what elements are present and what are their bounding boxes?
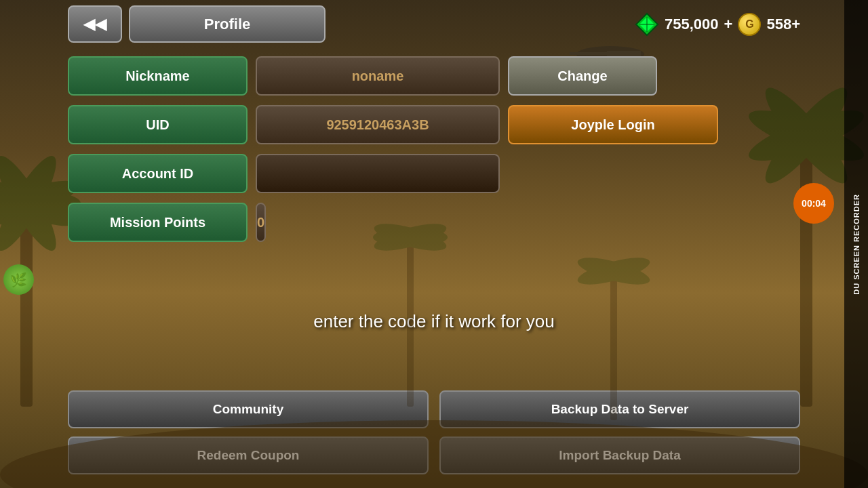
leaf-icon: 🌿 (10, 272, 27, 288)
account-id-value[interactable] (256, 154, 500, 193)
change-button[interactable]: Change (508, 56, 657, 96)
side-icon: 🌿 (3, 264, 34, 295)
gold-icon: G (738, 13, 761, 36)
mission-points-label: Mission Points (68, 203, 248, 242)
diamond-plus[interactable]: + (724, 16, 733, 33)
profile-title-button[interactable]: Profile (129, 5, 326, 43)
du-recorder-label: DU SCREEN RECORDER (852, 194, 861, 295)
main-content: ◀◀ Profile 755,000 + G 558+ (0, 0, 868, 488)
profile-title-label: Profile (204, 16, 250, 33)
nickname-value: noname (256, 56, 500, 96)
mission-points-value: 0 (256, 203, 266, 242)
back-icon: ◀◀ (83, 16, 106, 33)
du-recorder-sidebar: DU SCREEN RECORDER (844, 0, 868, 488)
uid-label: UID (68, 105, 248, 144)
joyple-login-button[interactable]: Joyple Login (508, 105, 718, 144)
uid-value: 9259120463A3B (256, 105, 500, 144)
timer-badge: 00:04 (793, 183, 834, 224)
gold-amount: 558+ (766, 16, 800, 33)
account-id-label: Account ID (68, 154, 248, 193)
nickname-label: Nickname (68, 56, 248, 96)
header: ◀◀ Profile 755,000 + G 558+ (68, 5, 800, 43)
timer-text: 00:04 (802, 198, 826, 209)
diamond-amount: 755,000 (665, 16, 719, 33)
header-currency: 755,000 + G 558+ (635, 12, 800, 37)
nickname-row: Nickname noname Change (68, 56, 800, 96)
back-button[interactable]: ◀◀ (68, 5, 122, 43)
diamond-icon (635, 12, 659, 37)
account-id-row: Account ID (68, 154, 800, 193)
mission-points-row: Mission Points 0 (68, 203, 800, 242)
uid-row: UID 9259120463A3B Joyple Login (68, 105, 800, 144)
